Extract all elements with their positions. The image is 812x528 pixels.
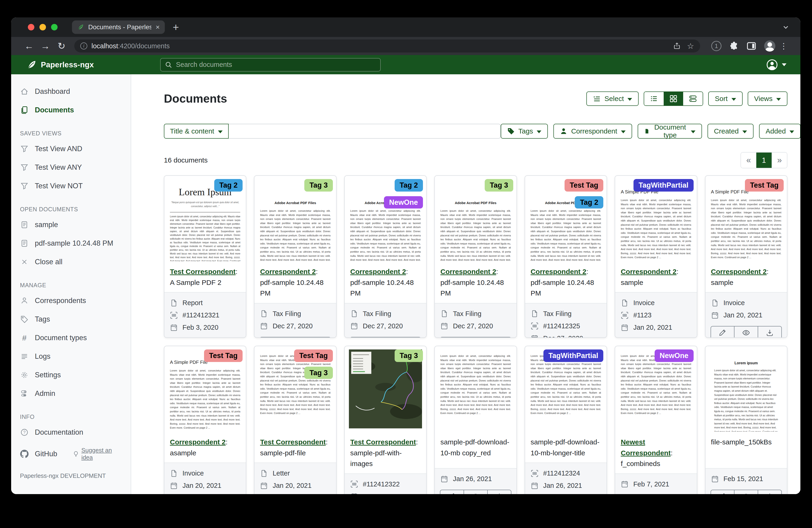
bookmark-star-icon[interactable]: ☆ <box>687 41 694 51</box>
edit-button[interactable] <box>260 337 284 338</box>
correspondent-link[interactable]: Correspondent 2 <box>531 268 586 275</box>
edit-button[interactable] <box>440 337 464 338</box>
next-page-button[interactable]: » <box>772 153 787 168</box>
edit-button[interactable] <box>711 326 735 338</box>
zoom-window-button[interactable] <box>51 24 58 30</box>
title-content-dropdown[interactable]: Title & content <box>164 124 229 139</box>
previous-page-button[interactable]: « <box>741 153 756 168</box>
document-type-filter-button[interactable]: Document type <box>638 124 702 139</box>
edit-button[interactable] <box>440 490 464 494</box>
tag-badge[interactable]: Test Tag <box>745 179 784 191</box>
tag-badge[interactable]: Tag 3 <box>395 349 423 362</box>
download-button[interactable] <box>758 490 782 494</box>
document-card[interactable]: Lorem ipsum “Neque porro quisquam est qu… <box>705 346 787 494</box>
added-filter-button[interactable]: Added <box>759 124 800 139</box>
document-thumbnail[interactable]: A Simple PDF File “Neque porro quisquam … <box>615 176 697 261</box>
correspondent-link[interactable]: Correspondent 2 <box>260 268 316 275</box>
sidebar-item-document-types[interactable]: # Document types <box>11 329 131 347</box>
reload-button[interactable]: ↻ <box>55 41 68 51</box>
correspondent-link[interactable]: Correspondent 2 <box>440 268 496 275</box>
sidebar-item-correspondents[interactable]: Correspondents <box>11 291 131 310</box>
select-button[interactable]: Select <box>586 91 639 106</box>
password-manager-extension-icon[interactable]: 1 <box>711 41 722 51</box>
list-view-button[interactable] <box>644 92 664 105</box>
tag-badge[interactable]: Test Tag <box>565 179 603 191</box>
sidebar-item-logs[interactable]: Logs <box>11 347 131 366</box>
sidebar-item-documentation[interactable]: ? Documentation <box>11 423 131 442</box>
tag-badge[interactable]: TagWithPartial <box>634 179 693 191</box>
correspondent-link[interactable]: Correspondent 2 <box>711 268 767 275</box>
download-button[interactable] <box>488 490 511 494</box>
edit-button[interactable] <box>350 337 374 338</box>
download-button[interactable] <box>397 337 421 338</box>
tag-badge[interactable]: TagWithPartial <box>543 349 603 362</box>
document-thumbnail[interactable]: Lorem Ipsum “Neque porro quisquam est qu… <box>164 176 246 261</box>
sidebar-item-documents[interactable]: Documents <box>11 101 131 119</box>
correspondent-link[interactable]: Newest Correspondent <box>621 438 671 457</box>
document-card[interactable]: Lorem Ipsum “Neque porro quisquam est qu… <box>164 175 246 338</box>
document-thumbnail[interactable]: Adobe Acrobat PDF Files “Neque porro qui… <box>255 176 336 261</box>
document-thumbnail[interactable]: Adobe Acrobat PDF Files “Neque porro qui… <box>435 176 516 261</box>
sidebar-item-settings[interactable]: Settings <box>11 366 131 384</box>
download-button[interactable] <box>488 337 511 338</box>
tag-badge[interactable]: Test Tag <box>204 349 243 362</box>
address-bar[interactable]: i localhost:4200/documents ☆ <box>74 40 700 53</box>
document-thumbnail[interactable]: “Neque porro quisquam est qui dolorem ip… <box>615 346 697 432</box>
sidebar-item-admin[interactable]: Admin <box>11 384 131 403</box>
tag-badge[interactable]: Tag 3 <box>304 179 333 191</box>
sidebar-item-dashboard[interactable]: Dashboard <box>11 82 131 101</box>
view-button[interactable] <box>735 326 758 338</box>
edit-button[interactable] <box>711 490 735 494</box>
tag-badge[interactable]: Tag 2 <box>214 179 243 191</box>
document-thumbnail[interactable]: Adobe Acrobat PDF Files “Neque porro qui… <box>345 176 426 261</box>
document-card[interactable]: “Neque porro quisquam est qui dolorem ip… <box>434 346 517 494</box>
view-button[interactable] <box>464 490 488 494</box>
document-card[interactable]: “Neque porro quisquam est qui dolorem ip… <box>525 346 607 494</box>
title-content-filter-input[interactable] <box>229 124 501 139</box>
document-card[interactable]: Adobe Acrobat PDF Files “Neque porro qui… <box>525 175 607 338</box>
document-thumbnail[interactable]: A Simple PDF File “Neque porro quisquam … <box>164 346 246 432</box>
grid-view-button[interactable] <box>664 92 683 105</box>
close-window-button[interactable] <box>28 24 34 30</box>
side-panel-icon[interactable] <box>746 41 756 51</box>
views-button[interactable]: Views <box>748 91 787 106</box>
document-thumbnail[interactable]: A Simple PDF File “Neque porro quisquam … <box>706 176 787 261</box>
document-thumbnail[interactable]: “Neque porro quisquam est qui dolorem ip… <box>435 346 516 432</box>
document-card[interactable]: “Neque porro quisquam est qui dolorem ip… <box>254 346 336 494</box>
download-button[interactable] <box>307 337 331 338</box>
sidebar-item-github[interactable]: GitHub Suggest an idea <box>11 442 131 466</box>
tag-badge[interactable]: Tag 3 <box>304 367 333 379</box>
user-menu[interactable] <box>766 59 786 71</box>
correspondent-link[interactable]: Correspondent 2 <box>621 268 677 275</box>
document-thumbnail[interactable]: Lorem ipsum “Neque porro quisquam est qu… <box>706 346 787 432</box>
document-card[interactable]: Adobe Acrobat PDF Files “Neque porro qui… <box>344 175 427 338</box>
document-card[interactable]: A Simple PDF File “Neque porro quisquam … <box>615 175 697 338</box>
browser-menu-icon[interactable]: ⋮ <box>778 41 789 51</box>
tag-badge[interactable]: Tag 2 <box>575 196 603 209</box>
document-card[interactable]: A Simple PDF File “Neque porro quisquam … <box>705 175 787 338</box>
sidebar-item-test-view-any[interactable]: Test View ANY <box>11 158 131 177</box>
view-button[interactable] <box>735 490 758 494</box>
back-button[interactable]: ← <box>22 41 36 51</box>
sort-button[interactable]: Sort <box>708 91 742 106</box>
tag-badge[interactable]: NewOne <box>655 349 694 362</box>
page-1-button[interactable]: 1 <box>756 153 772 168</box>
document-card[interactable]: “Neque porro quisquam est qui dolorem ip… <box>615 346 697 494</box>
document-card[interactable]: “Neque porro quisquam est qui dolorem ip… <box>344 346 427 494</box>
sidebar-item-test-view-and[interactable]: Test View AND <box>11 140 131 158</box>
view-button[interactable] <box>464 337 488 338</box>
document-thumbnail[interactable]: “Neque porro quisquam est qui dolorem ip… <box>345 346 426 432</box>
minimize-window-button[interactable] <box>40 24 46 30</box>
view-button[interactable] <box>374 337 398 338</box>
share-icon[interactable] <box>673 42 681 50</box>
sidebar-item-tags[interactable]: Tags <box>11 310 131 329</box>
tag-badge[interactable]: Tag 3 <box>485 179 513 191</box>
tag-badge[interactable]: Tag 2 <box>395 179 423 191</box>
correspondent-link[interactable]: Correspondent 2 <box>350 268 406 275</box>
tag-badge[interactable]: Test Tag <box>294 349 333 362</box>
correspondent-link[interactable]: Test Correspondent <box>350 438 416 446</box>
sidebar-close-all[interactable]: Close all <box>11 253 131 271</box>
document-card[interactable]: Adobe Acrobat PDF Files “Neque porro qui… <box>434 175 517 338</box>
document-thumbnail[interactable]: “Neque porro quisquam est qui dolorem ip… <box>525 346 607 432</box>
extensions-puzzle-icon[interactable] <box>729 41 739 51</box>
